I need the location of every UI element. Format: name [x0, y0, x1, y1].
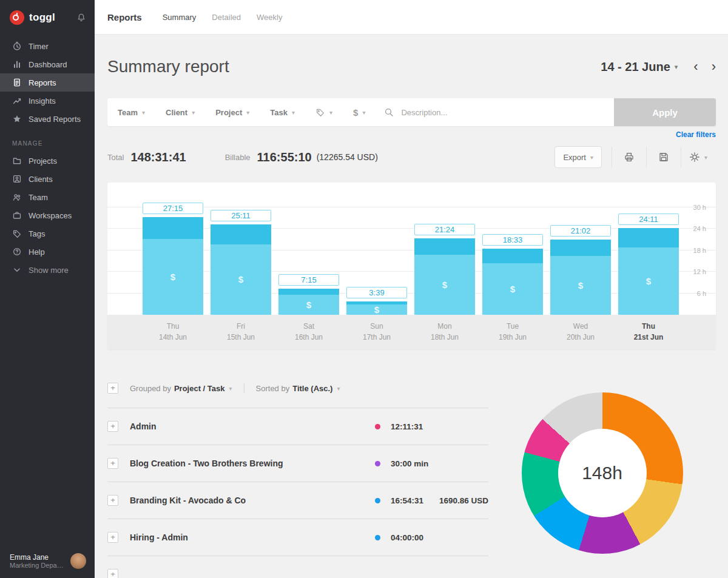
- project-rows: +Admin12:11:31+Blog Creation - Two Broth…: [107, 408, 488, 578]
- user-profile[interactable]: Emma Jane Marketing Depart...: [0, 546, 95, 578]
- expand-button[interactable]: +: [107, 421, 118, 432]
- bar-segment-nonbillable: [211, 224, 271, 244]
- expand-button[interactable]: +: [107, 532, 118, 543]
- filter-bar: Team▾ Client▾ Project▾ Task▾ ▾ $ ▾ Apply: [107, 98, 716, 126]
- sidebar-show-more[interactable]: Show more: [0, 261, 95, 279]
- bar-segment-nonbillable: [414, 238, 475, 255]
- tab-detailed[interactable]: Detailed: [212, 13, 241, 22]
- team-filter-label: Team: [118, 108, 138, 117]
- next-period-button[interactable]: ›: [712, 60, 716, 73]
- client-filter[interactable]: Client▾: [155, 98, 205, 126]
- sidebar-item-saved-reports[interactable]: Saved Reports: [0, 110, 95, 128]
- grouped-by-selector[interactable]: Project / Task: [174, 384, 225, 393]
- table-row[interactable]: +Branding Kit - Avocado & Co16:54:311690…: [107, 482, 488, 519]
- project-color-dot: [375, 424, 380, 429]
- expand-button[interactable]: +: [107, 458, 118, 469]
- tab-summary[interactable]: Summary: [163, 13, 197, 22]
- sidebar-nav: Timer Dashboard Reports Insights Saved R…: [0, 37, 95, 128]
- clients-icon: [12, 174, 22, 184]
- grouping-controls: + Grouped by Project / Task ▾ Sorted by …: [107, 381, 488, 395]
- sidebar-item-reports[interactable]: Reports: [0, 73, 95, 92]
- sidebar-item-workspaces[interactable]: Workspaces: [0, 206, 95, 224]
- bar[interactable]: $: [618, 228, 679, 315]
- search-icon: [384, 107, 394, 117]
- page-header: Summary report 14 - 21 June ▾ ‹ ›: [107, 57, 716, 76]
- toggl-logo-icon: [10, 10, 24, 25]
- prev-period-button[interactable]: ‹: [693, 60, 698, 73]
- team-icon: [12, 192, 22, 202]
- project-filter[interactable]: Project▾: [205, 98, 260, 126]
- billable-amount: (12265.54 USD): [317, 152, 378, 162]
- bottom-section: + Grouped by Project / Task ▾ Sorted by …: [107, 381, 716, 578]
- bar-slot: 7:15$: [275, 193, 343, 315]
- bar[interactable]: $: [346, 301, 407, 315]
- billable-filter[interactable]: $ ▾: [343, 98, 376, 126]
- sidebar-item-clients[interactable]: Clients: [0, 170, 95, 188]
- total-label: Total: [107, 153, 124, 162]
- sidebar-item-projects[interactable]: Projects: [0, 152, 95, 170]
- bar-segment-billable: $: [618, 247, 679, 315]
- save-report-button[interactable]: [646, 147, 681, 167]
- insights-icon: [12, 96, 22, 106]
- billable-label: Billable: [225, 153, 251, 162]
- sidebar-item-label: Projects: [29, 156, 57, 166]
- settings-button[interactable]: ▾: [681, 147, 716, 167]
- user-info: Emma Jane Marketing Depart...: [10, 553, 66, 569]
- bar[interactable]: $: [414, 238, 475, 315]
- clear-filters-link[interactable]: Clear filters: [676, 130, 716, 139]
- bar-segment-billable: $: [414, 255, 475, 315]
- sidebar-item-label: Tags: [29, 229, 45, 238]
- workspaces-briefcase-icon: [12, 210, 22, 220]
- bar[interactable]: $: [211, 224, 271, 315]
- apply-button[interactable]: Apply: [614, 98, 716, 126]
- chevron-down-icon: ▾: [362, 109, 365, 116]
- reports-icon: [12, 78, 22, 87]
- notifications-bell-icon[interactable]: [76, 13, 86, 22]
- date-range-selector[interactable]: 14 - 21 June: [601, 60, 670, 74]
- sorted-by-selector[interactable]: Title (Asc.): [292, 384, 332, 393]
- bar-slot: 27:15$: [139, 193, 207, 315]
- sidebar-manage-nav: Projects Clients Team Workspaces Tags He…: [0, 152, 95, 279]
- chevron-down-icon: ▾: [590, 154, 593, 161]
- chevron-down-icon: ▾: [329, 109, 332, 116]
- bar[interactable]: $: [550, 240, 611, 315]
- bar[interactable]: $: [143, 217, 203, 315]
- description-search: [376, 98, 614, 126]
- sidebar-item-timer[interactable]: Timer: [0, 37, 95, 55]
- sidebar-item-tags[interactable]: Tags: [0, 224, 95, 243]
- bar-segment-billable: $: [143, 239, 203, 315]
- print-button[interactable]: [612, 147, 646, 167]
- sidebar-item-insights[interactable]: Insights: [0, 92, 95, 110]
- tab-weekly[interactable]: Weekly: [257, 13, 282, 22]
- page-title: Summary report: [107, 57, 229, 76]
- team-filter[interactable]: Team▾: [107, 98, 155, 126]
- tag-filter[interactable]: ▾: [305, 98, 343, 126]
- billable-value: 116:55:10: [257, 150, 312, 164]
- bar-value-label: 3:39: [346, 287, 407, 298]
- bar-plot: 27:15$25:11$7:15$3:39$21:24$18:33$21:02$…: [139, 193, 716, 315]
- table-row-partial: +: [107, 556, 488, 578]
- sidebar-item-label: Team: [29, 193, 48, 202]
- bar[interactable]: $: [278, 289, 339, 315]
- donut-chart[interactable]: 148h: [522, 392, 683, 554]
- expand-all-button[interactable]: +: [107, 383, 118, 394]
- x-axis-label: Mon18th Jun: [411, 321, 479, 343]
- expand-button[interactable]: +: [107, 495, 118, 506]
- sidebar: toggl Timer Dashboard Reports Insights S…: [0, 0, 95, 578]
- sidebar-item-dashboard[interactable]: Dashboard: [0, 55, 95, 73]
- user-avatar[interactable]: [70, 553, 86, 569]
- export-button[interactable]: Export ▾: [554, 146, 602, 168]
- sidebar-item-help[interactable]: Help: [0, 243, 95, 261]
- table-row[interactable]: +Admin12:11:31: [107, 408, 488, 445]
- task-filter[interactable]: Task▾: [260, 98, 305, 126]
- table-row[interactable]: +Blog Creation - Two Brothers Brewing30:…: [107, 445, 488, 482]
- table-row[interactable]: +Hiring - Admin04:00:00: [107, 519, 488, 556]
- divider: [244, 383, 244, 393]
- bar-segment-nonbillable: [482, 249, 543, 263]
- description-search-input[interactable]: [400, 107, 605, 118]
- chevron-down-icon: [12, 265, 22, 275]
- sidebar-item-team[interactable]: Team: [0, 188, 95, 206]
- bar[interactable]: $: [482, 249, 543, 315]
- bar-segment-nonbillable: [278, 289, 339, 294]
- expand-button[interactable]: +: [107, 569, 118, 578]
